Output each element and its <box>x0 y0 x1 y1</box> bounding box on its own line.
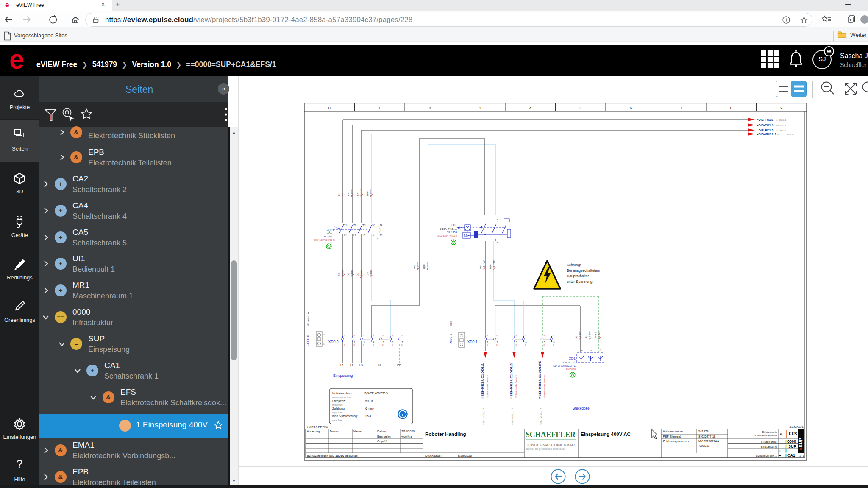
svg-text:-XD0.1: -XD0.1 <box>466 340 478 344</box>
svg-text:input lead:: input lead: <box>332 411 343 414</box>
svg-text:Zeichnungsnummer: Zeichnungsnummer <box>663 440 690 443</box>
svg-text:C 10A, F 30mA: C 10A, F 30mA <box>440 228 457 230</box>
svg-text:6 mm²: 6 mm² <box>360 189 362 196</box>
svg-text:Roboter Handling: Roboter Handling <box>425 432 466 437</box>
svg-text:Datum: Datum <box>330 430 339 433</box>
svg-text:b: b <box>544 343 545 346</box>
svg-text:-XD1: -XD1 <box>568 357 576 360</box>
svg-text:3: 3 <box>479 106 481 110</box>
svg-text:+MR1&EPC/4: +MR1&EPC/4 <box>306 425 328 429</box>
svg-text:SUP: SUP <box>788 444 796 449</box>
svg-text:Schutzvermerk ISO 16016 beacht: Schutzvermerk ISO 16016 beachten <box>307 454 358 457</box>
svg-text:/+DIS/1.1: /+DIS/1.1 <box>776 129 786 132</box>
svg-text:L3: L3 <box>359 364 363 367</box>
svg-text:5: 5 <box>579 106 581 110</box>
svg-text:Achtung!: Achtung! <box>567 263 581 267</box>
svg-text:BK: BK <box>338 192 340 196</box>
svg-text:=DIS-XD2.0:1:a: =DIS-XD2.0:1:a <box>757 132 779 136</box>
svg-text:=SUP: =SUP <box>798 438 803 450</box>
svg-text:Schnittstelle Service: Schnittstelle Service <box>515 374 517 398</box>
svg-text:Schnittstelle Service: Schnittstelle Service <box>543 374 546 398</box>
svg-text:PE: PE <box>397 364 401 367</box>
svg-text:13: 13 <box>380 234 382 237</box>
svg-text:/+DIS/1.1: /+DIS/1.1 <box>787 133 796 136</box>
svg-text:a: a <box>344 334 345 337</box>
svg-text:T1: T1 <box>344 224 347 226</box>
svg-text:40A: 40A <box>327 232 332 234</box>
svg-text:SCHAEFFLER: SCHAEFFLER <box>526 430 576 439</box>
svg-text:L2: L2 <box>353 234 356 237</box>
svg-text:7: 7 <box>680 106 682 110</box>
svg-text:Hauptschalter: Hauptschalter <box>567 274 589 278</box>
svg-text:a: a <box>382 334 384 337</box>
svg-text:Frequenz:: Frequenz: <box>332 399 346 403</box>
svg-text:T3: T3 <box>363 224 365 226</box>
svg-text:b: b <box>487 343 488 346</box>
svg-text:unter Spannung!: unter Spannung! <box>567 279 593 284</box>
svg-text:Schaltkreisdokumente: Schaltkreisdokumente <box>754 434 777 437</box>
svg-text:/+DIS/1.1: /+DIS/1.1 <box>776 124 786 127</box>
svg-text:-XD0.0: -XD0.0 <box>327 340 339 344</box>
svg-text:N': N' <box>373 224 375 226</box>
svg-text:EFS: EFS <box>789 432 797 436</box>
svg-text:SSU1354-4KK10: SSU1354-4KK10 <box>437 234 457 237</box>
svg-text:LBU: LBU <box>423 264 426 269</box>
svg-text:a: a <box>516 334 517 337</box>
svg-text:a: a <box>401 334 403 337</box>
svg-text:OG: OG <box>347 273 350 276</box>
svg-text:2: 2 <box>429 106 431 110</box>
svg-text:35 A: 35 A <box>365 415 371 418</box>
svg-text:L3: L3 <box>363 234 365 237</box>
svg-text:230V, DE,YE: 230V, DE,YE <box>561 361 576 364</box>
svg-text:Schnittstelle Service: Schnittstelle Service <box>486 374 489 398</box>
svg-text:woelfcrs: woelfcrs <box>401 435 412 438</box>
svg-text:1.5 mm²: 1.5 mm² <box>588 331 591 339</box>
svg-text:a: a <box>525 334 526 337</box>
svg-text:/+DIS/1.1: /+DIS/1.1 <box>776 119 786 121</box>
svg-text:&: & <box>780 432 783 436</box>
svg-text:-XD0.1: -XD0.1 <box>449 334 453 344</box>
svg-text:b: b <box>553 343 554 346</box>
svg-text:6 mm²: 6 mm² <box>360 270 362 276</box>
svg-text:6 mm²: 6 mm² <box>351 189 353 196</box>
svg-text:50 Hz: 50 Hz <box>365 399 373 402</box>
svg-text:2: 2 <box>486 241 487 244</box>
svg-text:Druckdatum: Druckdatum <box>425 454 442 457</box>
svg-text:b: b <box>363 343 364 346</box>
svg-text:LBU: LBU <box>489 264 492 269</box>
svg-text:Elektrotechnik: Elektrotechnik <box>762 431 777 433</box>
svg-text:6 mm²: 6 mm² <box>351 270 353 276</box>
svg-text:OG: OG <box>575 335 578 339</box>
svg-text:6 mm²: 6 mm² <box>370 189 372 196</box>
svg-text:6 mm²: 6 mm² <box>341 270 344 276</box>
svg-text:Name: Name <box>353 430 362 433</box>
svg-text:a: a <box>553 334 554 337</box>
svg-text:&EMA1/1: &EMA1/1 <box>789 425 804 429</box>
svg-text:a: a <box>354 334 355 337</box>
svg-text:a: a <box>363 334 364 337</box>
svg-text:L1: L1 <box>344 234 347 237</box>
svg-text:/1.0: /1.0 <box>376 236 379 240</box>
svg-text:0000: 0000 <box>787 439 796 443</box>
svg-text:a: a <box>373 334 374 337</box>
svg-text:N: N <box>497 218 498 221</box>
svg-text:KG41B 7104/20 E: KG41B 7104/20 E <box>314 239 335 241</box>
svg-text:Einspeisung 400V AC: Einspeisung 400V AC <box>581 432 631 437</box>
svg-text:=DIS-FC1:3: =DIS-FC1:3 <box>757 123 773 127</box>
svg-text:Bei ausgeschaltetem: Bei ausgeschaltetem <box>567 268 600 273</box>
svg-text:Steckdose: Steckdose <box>573 406 590 410</box>
svg-text:-XD0.0: -XD0.0 <box>306 335 310 346</box>
svg-text:N: N <box>378 364 381 367</box>
svg-text:b: b <box>323 343 325 346</box>
svg-text:b: b <box>496 343 498 346</box>
svg-text:1068028: 1068028 <box>566 368 576 371</box>
svg-text:-000E01: -000E01 <box>698 444 710 447</box>
svg-text:S-026477-18: S-026477-18 <box>698 435 716 438</box>
svg-text:OG: OG <box>338 273 340 276</box>
svg-text:3/N/PE 400/230 V: 3/N/PE 400/230 V <box>364 392 388 395</box>
svg-text:max. Vorsicherung:: max. Vorsicherung: <box>332 415 358 418</box>
svg-text:8: 8 <box>730 106 732 110</box>
svg-text:N: N <box>373 234 374 237</box>
svg-text:1.5 mm²: 1.5 mm² <box>579 331 581 339</box>
svg-text:++: ++ <box>779 449 783 453</box>
